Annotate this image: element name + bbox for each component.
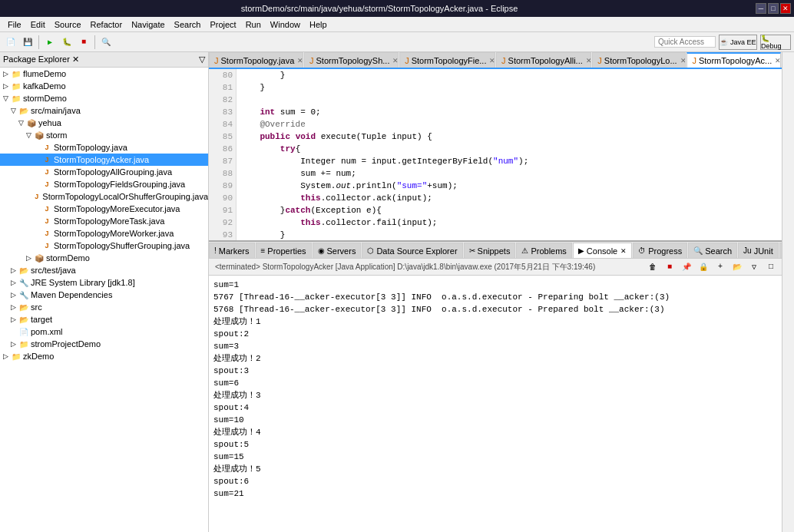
line-num-80: 80 — [212, 69, 233, 81]
tab-StormTopology[interactable]: J StormTopology.java ✕ — [209, 52, 303, 68]
tab-junit[interactable]: Ju JUnit — [738, 243, 779, 258]
tab-label: Markers — [219, 246, 250, 256]
expand-arrow[interactable]: ▷ — [11, 316, 18, 323]
quick-access-input[interactable] — [654, 36, 716, 48]
menu-run[interactable]: Run — [241, 18, 266, 31]
tree-item-stromProjectDemo[interactable]: ▷ 📁 stromProjectDemo — [0, 338, 208, 350]
tree-item-src-main[interactable]: ▽ 📂 src/main/java — [0, 104, 208, 117]
tab-close-button[interactable]: ✕ — [680, 57, 686, 64]
menu-help[interactable]: Help — [305, 18, 332, 31]
code-line-92: this.collector.fail(input); — [240, 216, 779, 229]
console-open-button[interactable]: 📂 — [729, 259, 745, 275]
console-stop-button[interactable]: ■ — [662, 259, 677, 275]
expand-arrow[interactable]: ▷ — [3, 82, 11, 90]
expand-arrow[interactable]: ▷ — [11, 340, 18, 348]
tree-item-pom[interactable]: 📄 pom.xml — [0, 325, 208, 338]
save-button[interactable]: 💾 — [20, 35, 35, 50]
tab-search[interactable]: 🔍 Search — [688, 243, 737, 258]
tab-close-button[interactable]: ✕ — [775, 57, 781, 64]
tree-item-StormTopologyAcker[interactable]: J StormTopologyAcker.java — [0, 154, 208, 166]
perspective-debug[interactable]: 🐛 Debug — [760, 35, 791, 50]
expand-arrow[interactable]: ▷ — [11, 303, 18, 311]
tree-item-kafkaDemo[interactable]: ▷ 📁 kafkaDemo — [0, 80, 208, 92]
tab-StormTopologyLo[interactable]: J StormTopologyLo... ✕ — [592, 52, 686, 68]
minimize-button[interactable]: ─ — [756, 3, 766, 14]
tab-console[interactable]: ▶ Console ✕ — [573, 243, 632, 258]
menu-navigate[interactable]: Navigate — [127, 18, 169, 31]
tab-close-button[interactable]: ✕ — [489, 57, 495, 64]
console-clear-button[interactable]: 🗑 — [645, 259, 660, 275]
tree-item-StormTopologyShufferGrouping[interactable]: J StormTopologyShufferGrouping.java — [0, 240, 208, 252]
tree-item-StormTopology[interactable]: J StormTopology.java — [0, 141, 208, 154]
tab-close-button[interactable]: ✕ — [297, 57, 303, 64]
tree-item-StormTopologyAllGrouping[interactable]: J StormTopologyAllGrouping.java — [0, 166, 208, 178]
tree-item-stormDemo[interactable]: ▽ 📁 stormDemo — [0, 92, 208, 104]
menu-search[interactable]: Search — [170, 18, 206, 31]
bottom-panel: ! Markers ≡ Properties ◉ Servers ⬡ Data … — [209, 240, 782, 532]
lib-icon: 🔧 — [18, 277, 29, 288]
code-editor[interactable]: 80 81 82 83 84 85 86 87 88 89 90 91 92 9… — [209, 69, 782, 240]
tab-data-source[interactable]: ⬡ Data Source Explorer — [362, 243, 462, 258]
debug-button[interactable]: 🐛 — [59, 35, 74, 50]
expand-arrow[interactable]: ▷ — [3, 70, 11, 78]
package-explorer-tree[interactable]: ▷ 📁 flumeDemo ▷ 📁 kafkaDemo ▽ 📁 stormDem… — [0, 68, 208, 532]
expand-arrow[interactable]: ▽ — [18, 119, 26, 127]
tree-item-StormTopologyMoreExecutor[interactable]: J StormTopologyMoreExecutor.java — [0, 203, 208, 215]
menu-project[interactable]: Project — [205, 18, 240, 31]
tab-markers[interactable]: ! Markers — [209, 243, 255, 258]
tree-item-stormDemo-pkg[interactable]: ▷ 📦 stormDemo — [0, 252, 208, 264]
console-new-button[interactable]: + — [713, 259, 728, 275]
expand-arrow[interactable]: ▽ — [3, 94, 11, 102]
console-maximize-button[interactable]: □ — [763, 259, 779, 275]
perspective-java-ee[interactable]: ☕ Java EE — [719, 35, 757, 50]
tab-close-icon[interactable]: ✕ — [620, 247, 627, 255]
pe-minimize-icon[interactable]: ▽ — [199, 55, 205, 64]
search-button[interactable]: 🔍 — [98, 35, 114, 50]
expand-arrow[interactable]: ▷ — [26, 254, 34, 262]
tab-close-button[interactable]: ✕ — [586, 57, 592, 64]
tab-StormTopologySh[interactable]: J StormTopologySh... ✕ — [304, 52, 399, 68]
tab-servers[interactable]: ◉ Servers — [313, 243, 362, 258]
tab-problems[interactable]: ⚠ Problems — [516, 243, 571, 258]
tree-item-src[interactable]: ▷ 📂 src — [0, 301, 208, 313]
menu-file[interactable]: File — [3, 18, 26, 31]
tree-item-StormTopologyMoreWorker[interactable]: J StormTopologyMoreWorker.java — [0, 227, 208, 240]
expand-arrow[interactable]: ▷ — [11, 291, 18, 299]
tree-item-StormTopologyMoreTask[interactable]: J StormTopologyMoreTask.java — [0, 215, 208, 227]
console-minimize-button[interactable]: ▽ — [746, 259, 762, 275]
expand-arrow[interactable]: ▽ — [11, 107, 18, 114]
expand-arrow[interactable]: ▷ — [11, 279, 18, 286]
tab-StormTopologyAlli[interactable]: J StormTopologyAlli... ✕ — [496, 52, 591, 68]
close-button[interactable]: ✕ — [780, 3, 791, 14]
tab-StormTopologyAc[interactable]: J StormTopologyAc... ✕ — [686, 52, 781, 68]
expand-arrow[interactable]: ▷ — [11, 266, 18, 274]
tree-item-flumeDemo[interactable]: ▷ 📁 flumeDemo — [0, 68, 208, 80]
menu-window[interactable]: Window — [266, 18, 305, 31]
tab-StormTopologyFie[interactable]: J StormTopologyFie... ✕ — [399, 52, 495, 68]
expand-arrow[interactable]: ▽ — [26, 131, 34, 139]
tree-item-target[interactable]: ▷ 📂 target — [0, 313, 208, 325]
run-button[interactable]: ▶ — [42, 35, 58, 50]
menu-source[interactable]: Source — [50, 18, 86, 31]
tree-item-jre[interactable]: ▷ 🔧 JRE System Library [jdk1.8] — [0, 276, 208, 289]
tree-item-src-test[interactable]: ▷ 📂 src/test/java — [0, 264, 208, 276]
tree-item-storm[interactable]: ▽ 📦 storm — [0, 129, 208, 141]
tree-item-StormTopologyLocalOrShuffer[interactable]: J StormTopologyLocalOrShufferGrouping.ja… — [0, 190, 208, 203]
menu-edit[interactable]: Edit — [26, 18, 50, 31]
tab-progress[interactable]: ⏱ Progress — [633, 243, 687, 258]
code-content[interactable]: } } int sum = 0; @Override public void e… — [237, 69, 782, 240]
stop-button[interactable]: ■ — [76, 35, 91, 50]
console-pin-button[interactable]: 📌 — [679, 259, 694, 275]
tree-item-maven[interactable]: ▷ 🔧 Maven Dependencies — [0, 289, 208, 301]
tab-close-button[interactable]: ✕ — [392, 57, 399, 64]
menu-refactor[interactable]: Refactor — [86, 18, 127, 31]
tab-properties[interactable]: ≡ Properties — [256, 243, 312, 258]
tree-item-StormTopologyFieldsGrouping[interactable]: J StormTopologyFieldsGrouping.java — [0, 178, 208, 190]
expand-arrow[interactable]: ▷ — [3, 352, 11, 360]
console-scroll-lock-button[interactable]: 🔒 — [696, 259, 711, 275]
tree-item-zkDemo[interactable]: ▷ 📁 zkDemo — [0, 350, 208, 362]
new-button[interactable]: 📄 — [3, 35, 18, 50]
maximize-button[interactable]: □ — [768, 3, 779, 14]
tree-item-yehua[interactable]: ▽ 📦 yehua — [0, 117, 208, 129]
tab-snippets[interactable]: ✂ Snippets — [464, 243, 516, 258]
